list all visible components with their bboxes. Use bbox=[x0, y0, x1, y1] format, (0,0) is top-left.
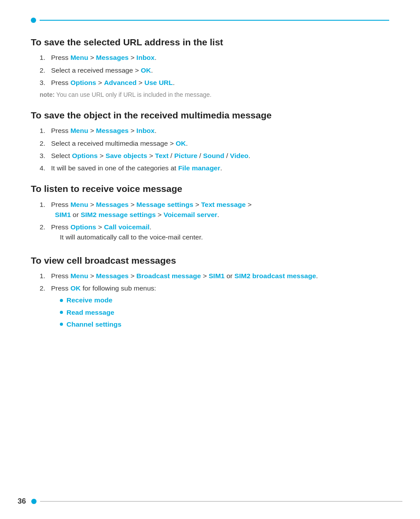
section4-heading: To view cell broadcast messages bbox=[31, 254, 389, 266]
bullet-dot bbox=[60, 311, 63, 314]
section-voice-message: To listen to receive voice message 1. Pr… bbox=[31, 183, 389, 244]
list-item: 1. Press Menu > Messages > Inbox. bbox=[40, 52, 389, 63]
receive-mode-label: Receive mode bbox=[66, 295, 112, 305]
list-item: 2. Press OK for following sub menus: Rec… bbox=[40, 283, 389, 331]
list-item-channel-settings: Channel settings bbox=[60, 319, 122, 329]
list-item: 2. Select a received message > OK. bbox=[40, 65, 389, 75]
section2-list: 1. Press Menu > Messages > Inbox. 2. Sel… bbox=[40, 125, 389, 173]
section-url-address: To save the selected URL address in the … bbox=[31, 36, 389, 99]
list-item-receive-mode: Receive mode bbox=[60, 295, 122, 305]
top-line bbox=[40, 20, 389, 21]
read-message-label: Read message bbox=[66, 307, 114, 317]
channel-settings-label: Channel settings bbox=[66, 319, 122, 329]
section-broadcast-messages: To view cell broadcast messages 1. Press… bbox=[31, 254, 389, 331]
bullet-dot bbox=[60, 323, 63, 326]
bullet-dot bbox=[60, 299, 63, 302]
list-item: 1. Press Menu > Messages > Inbox. bbox=[40, 125, 389, 136]
section1-list: 1. Press Menu > Messages > Inbox. 2. Sel… bbox=[40, 52, 389, 88]
list-item: 4. It will be saved in one of the catego… bbox=[40, 163, 389, 173]
bottom-dot bbox=[31, 499, 37, 504]
list-item: 2. Press Options > Call voicemail. It wi… bbox=[40, 222, 389, 245]
page-number: 36 bbox=[18, 497, 26, 506]
section1-note: note: You can use URL only if URL is inc… bbox=[40, 90, 389, 99]
list-item: 1. Press Menu > Messages > Broadcast mes… bbox=[40, 271, 389, 281]
section-multimedia-message: To save the object in the received multi… bbox=[31, 109, 389, 173]
section3-heading: To listen to receive voice message bbox=[31, 183, 389, 195]
page-container: To save the selected URL address in the … bbox=[0, 0, 420, 519]
section1-heading: To save the selected URL address in the … bbox=[31, 36, 389, 48]
voicemail-indent: It will automatically call to the voice-… bbox=[60, 232, 203, 242]
sub-menu-list: Receive mode Read message Channel settin… bbox=[60, 295, 122, 331]
top-rule bbox=[31, 18, 389, 23]
bottom-bar: 36 bbox=[0, 497, 420, 506]
section3-list: 1. Press Menu > Messages > Message setti… bbox=[40, 199, 389, 245]
top-dot bbox=[31, 18, 36, 23]
section2-heading: To save the object in the received multi… bbox=[31, 109, 389, 121]
list-item: 2. Select a received multimedia message … bbox=[40, 138, 389, 148]
list-item: 1. Press Menu > Messages > Message setti… bbox=[40, 199, 389, 220]
list-item: 3. Press Options > Advanced > Use URL. bbox=[40, 77, 389, 88]
list-item: 3. Select Options > Save objects > Text … bbox=[40, 151, 389, 161]
list-item-read-message: Read message bbox=[60, 307, 122, 317]
bottom-line bbox=[40, 501, 402, 502]
section4-list: 1. Press Menu > Messages > Broadcast mes… bbox=[40, 271, 389, 331]
